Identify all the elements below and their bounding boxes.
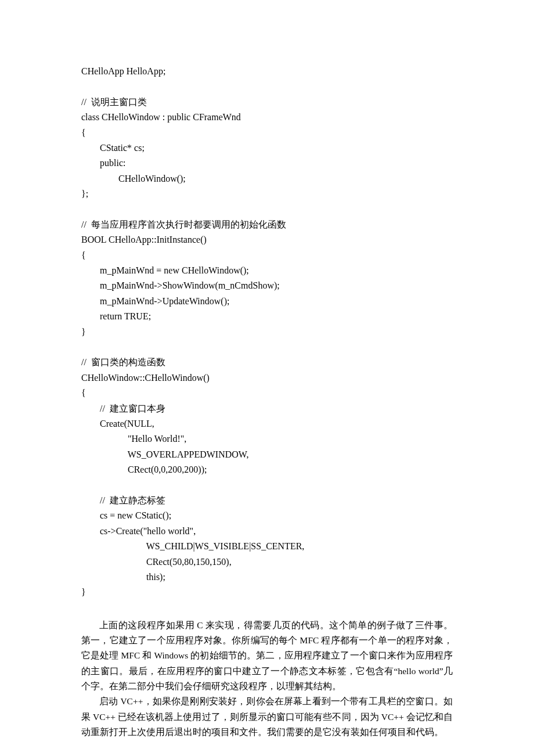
code-line: {: [81, 250, 86, 260]
code-line: };: [81, 189, 88, 199]
code-line: }: [81, 587, 86, 597]
code-line: m_pMainWnd->ShowWindow(m_nCmdShow);: [81, 280, 280, 290]
code-line: cs = new CStatic();: [81, 510, 171, 520]
code-line: return TRUE;: [81, 311, 151, 321]
code-line: }: [81, 327, 86, 337]
code-line: // 窗口类的构造函数: [81, 357, 165, 367]
code-line: // 建立静态标签: [81, 495, 165, 505]
code-line: WS_OVERLAPPEDWINDOW,: [81, 449, 248, 459]
code-line: "Hello World!",: [81, 434, 186, 444]
code-line: CRect(50,80,150,150),: [81, 557, 232, 567]
document-page: CHelloApp HelloApp; // 说明主窗口类 class CHel…: [0, 0, 534, 756]
code-line: CStatic* cs;: [81, 143, 145, 153]
code-line: {: [81, 388, 86, 398]
code-line: public:: [81, 158, 125, 168]
code-line: WS_CHILD|WS_VISIBLE|SS_CENTER,: [81, 541, 304, 551]
code-block: CHelloApp HelloApp; // 说明主窗口类 class CHel…: [81, 64, 453, 600]
code-line: {: [81, 128, 86, 138]
code-line: m_pMainWnd->UpdateWindow();: [81, 296, 229, 306]
code-line: CRect(0,0,200,200));: [81, 465, 207, 474]
code-line: Create(NULL,: [81, 419, 154, 429]
code-line: cs->Create("hello world",: [81, 526, 196, 536]
code-line: // 每当应用程序首次执行时都要调用的初始化函数: [81, 219, 286, 229]
body-text: 上面的这段程序如果用 C 来实现，得需要几页的代码。这个简单的例子做了三件事。第…: [81, 618, 453, 740]
code-line: class CHelloWindow : public CFrameWnd: [81, 112, 241, 122]
code-line: // 建立窗口本身: [81, 404, 165, 413]
code-line: BOOL CHelloApp::InitInstance(): [81, 235, 207, 244]
paragraph-2: 启动 VC++，如果你是刚刚安装好，则你会在屏幕上看到一个带有工具栏的空窗口。如…: [81, 694, 453, 740]
code-line: // 说明主窗口类: [81, 97, 147, 107]
code-line: this);: [81, 572, 165, 582]
code-line: m_pMainWnd = new CHelloWindow();: [81, 265, 249, 275]
paragraph-1: 上面的这段程序如果用 C 来实现，得需要几页的代码。这个简单的例子做了三件事。第…: [81, 618, 453, 694]
code-line: CHelloWindow();: [81, 174, 186, 183]
code-line: CHelloApp HelloApp;: [81, 66, 165, 76]
code-line: CHelloWindow::CHelloWindow(): [81, 373, 210, 383]
